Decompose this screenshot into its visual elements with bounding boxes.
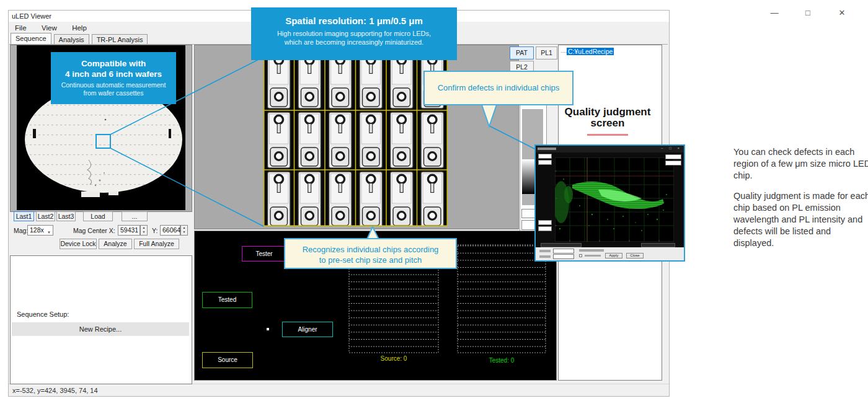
resolution-callout-body-2: which are becoming increasingly miniatur…: [251, 38, 457, 47]
menu-item-view[interactable]: View: [35, 22, 63, 33]
last3-button[interactable]: Last3: [56, 211, 76, 221]
mag-center-label: Mag Center X:: [73, 227, 115, 234]
source-box: Source: [202, 352, 253, 368]
defects-callout: Confirm defects in individual chips: [423, 71, 574, 105]
wafer-callout-body-2: from wafer cassettes: [51, 89, 176, 97]
menu-item-help[interactable]: Help: [66, 22, 93, 33]
quality-title-line-2: screen: [557, 118, 658, 129]
spectrum-plot: [555, 157, 674, 242]
device-lock-button[interactable]: Device Lock: [60, 239, 97, 249]
last2-button[interactable]: Last2: [36, 211, 55, 221]
popup-select-2[interactable]: [553, 254, 574, 259]
tree-item-label[interactable]: C:¥uLedRecipe: [567, 48, 614, 55]
wafer-callout-title-1: Compatible with: [51, 58, 176, 69]
resolution-callout: Spatial resolution: 1 μm/0.5 μm High res…: [251, 7, 457, 60]
side-paragraph-2: Quality judgment is made for each chip b…: [733, 190, 868, 249]
popup-input-tl-1[interactable]: [538, 154, 552, 159]
recognize-callout: Recognizes individual chips according to…: [284, 238, 457, 269]
spinner-up-icon[interactable]: ▲: [181, 226, 187, 230]
popup-info-label: [579, 249, 604, 252]
last1-button[interactable]: Last1: [14, 211, 34, 221]
popup-input-bl-1[interactable]: [538, 220, 552, 225]
stage-dot: [267, 328, 269, 330]
tree-connector: [561, 52, 567, 53]
x-spinner[interactable]: ▲ ▼: [140, 225, 148, 236]
spinner-up-icon[interactable]: ▲: [141, 226, 147, 230]
mag-center-x-input[interactable]: 59431: [118, 225, 140, 236]
popup-input-tl-2[interactable]: [538, 160, 552, 165]
popup-mode-label-2: [539, 255, 551, 258]
sequence-setup-label: Sequence Setup:: [17, 311, 69, 318]
sequence-panel: Sequence Setup: New Recipe...: [10, 255, 192, 384]
wafer-callout: Compatible with 4 inch and 6 inch wafers…: [51, 52, 176, 104]
popup-scrollbar-right[interactable]: [641, 243, 675, 247]
source-count: Source: 0: [349, 355, 438, 362]
popup-checkbox-label: [585, 255, 601, 257]
analyze-button[interactable]: Analyze: [99, 239, 132, 249]
spinner-down-icon[interactable]: ▼: [141, 230, 147, 234]
chevron-down-icon: ▼: [47, 228, 51, 237]
tested-box: Tested: [202, 292, 252, 308]
maximize-icon: □: [805, 8, 810, 17]
recognize-callout-line-1: Recognizes individual chips according: [285, 244, 456, 255]
wafer-callout-title-2: 4 inch and 6 inch wafers: [51, 69, 176, 79]
quality-title-line-1: Quality judgment: [557, 107, 658, 118]
quality-popup-window[interactable]: – □ ×: [534, 144, 685, 262]
recognize-callout-line-2: to pre-set chip size and pitch: [285, 255, 456, 265]
tester-box: Tester: [242, 246, 286, 262]
tested-count: Tested: 0: [458, 357, 546, 364]
side-paragraph-1: You can check defects in each region of …: [733, 146, 868, 182]
quality-title-underline: [587, 134, 628, 136]
load-button[interactable]: Load: [83, 211, 113, 221]
status-bar: x=-532, y=424, 3945, 74, 14: [9, 384, 669, 396]
popup-close-button[interactable]: Close: [626, 253, 644, 258]
new-recipe-button[interactable]: New Recipe...: [12, 322, 189, 336]
popup-control-strip: Apply Close: [536, 247, 684, 260]
tab-tr-pl-analysis[interactable]: TR-PL Analysis: [92, 34, 148, 44]
popup-checkbox[interactable]: [579, 254, 582, 257]
wafer-callout-body-1: Continuous automatic measurement: [51, 81, 176, 89]
defects-callout-text: Confirm defects in individual chips: [438, 83, 560, 92]
more-button[interactable]: ...: [122, 211, 148, 221]
popup-title-bar[interactable]: – □ ×: [536, 146, 684, 152]
y-spinner[interactable]: ▲ ▼: [180, 225, 188, 236]
pl1-button[interactable]: PL1: [536, 46, 557, 60]
resolution-callout-title: Spatial resolution: 1 μm/0.5 μm: [251, 15, 457, 27]
resolution-callout-body-1: High resolution imaging supporting for m…: [251, 30, 457, 38]
tree-item-root[interactable]: C:¥uLedRecipe: [561, 48, 614, 55]
tab-sequence[interactable]: Sequence: [11, 33, 51, 44]
maximize-button[interactable]: □: [800, 8, 816, 17]
spinner-down-icon[interactable]: ▼: [181, 230, 187, 234]
window-title: uLED Viewer: [12, 12, 51, 20]
close-button[interactable]: ✕: [834, 8, 850, 17]
full-analyze-button[interactable]: Full Analyze: [134, 239, 179, 249]
mag-center-y-input[interactable]: 66064: [160, 225, 180, 236]
popup-scrollbar-left[interactable]: [541, 243, 582, 247]
mag-value: 128x: [30, 226, 44, 234]
cassette-slots-right: [458, 245, 546, 353]
side-description: You can check defects in each region of …: [733, 146, 868, 258]
close-icon: ✕: [839, 8, 846, 17]
popup-input-tr-2[interactable]: [665, 161, 681, 165]
popup-select-1[interactable]: [553, 249, 574, 254]
popup-title-text: [538, 148, 556, 150]
popup-input-bl-2[interactable]: [538, 226, 552, 231]
tab-bar: Sequence Analysis TR-PL Analysis: [11, 33, 148, 44]
popup-window-controls[interactable]: – □ ×: [661, 146, 682, 150]
minimize-icon: —: [771, 8, 779, 17]
popup-mode-label-1: [539, 250, 551, 252]
menu-item-file[interactable]: File: [9, 22, 33, 33]
mag-label: Mag:: [14, 227, 28, 234]
y-label: Y:: [152, 227, 157, 234]
pat-button[interactable]: PAT: [510, 46, 534, 60]
aligner-box: Aligner: [282, 322, 333, 337]
mag-select[interactable]: 128x ▼: [27, 225, 53, 236]
chip-grid-image[interactable]: [264, 55, 448, 226]
tab-analysis[interactable]: Analysis: [54, 34, 89, 44]
popup-apply-button[interactable]: Apply: [605, 253, 622, 258]
status-text: x=-532, y=424, 3945, 74, 14: [12, 387, 98, 394]
popup-input-tr-1[interactable]: [665, 154, 681, 159]
quality-judgment-title: Quality judgment screen: [557, 107, 658, 128]
minimize-button[interactable]: —: [766, 8, 782, 17]
screenshot-canvas: uLED Viewer File View Help Sequence Anal…: [0, 0, 868, 419]
